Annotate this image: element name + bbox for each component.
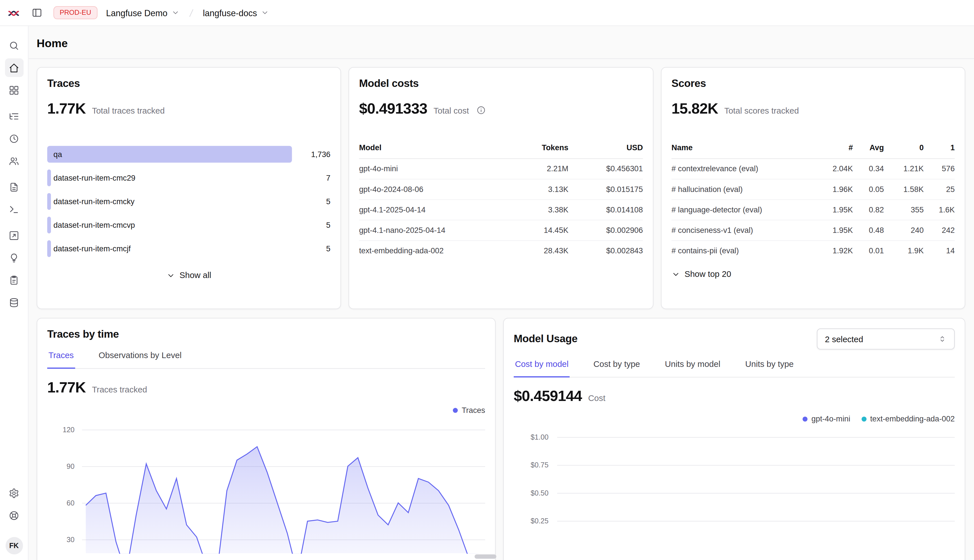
sidebar-item-playground[interactable] <box>5 200 23 219</box>
score-one: 242 <box>924 226 955 235</box>
table-row: # contains-pii (eval) 1.92K 0.01 1.9K 14 <box>672 241 955 261</box>
model-tokens: 3.38K <box>503 206 568 214</box>
trace-bar-row[interactable]: dataset-run-item-cmc29 7 <box>47 170 331 186</box>
trace-bar-row[interactable]: dataset-run-item-cmcky 5 <box>47 193 331 210</box>
sidebar-item-annotation[interactable] <box>5 248 23 267</box>
model-usage-card: Model Usage 2 selected Cost by model Cos… <box>503 318 966 560</box>
tab-observations-by-level[interactable]: Observations by Level <box>97 351 183 368</box>
project-switcher[interactable]: langfuse-docs <box>203 8 269 18</box>
lightbulb-icon <box>9 252 19 263</box>
y-tick: 30 <box>47 536 74 543</box>
horizontal-scrollbar-thumb[interactable] <box>474 554 496 558</box>
y-tick: $0.25 <box>514 517 548 525</box>
bar <box>47 217 50 233</box>
trace-bar-row[interactable]: dataset-run-item-cmcjf 5 <box>47 240 331 257</box>
scores-total-value: 15.82K <box>672 100 718 117</box>
org-switcher[interactable]: Langfuse Demo <box>106 8 179 18</box>
sidebar-item-tracing[interactable] <box>5 107 23 125</box>
total-cost-label: Total cost <box>434 106 469 116</box>
sidebar-item-prompts[interactable] <box>5 177 23 196</box>
trace-bar-row[interactable]: dataset-run-item-cmcvp 5 <box>47 217 331 233</box>
bar-value: 5 <box>292 197 331 206</box>
show-top-20-button[interactable]: Show top 20 <box>672 270 731 279</box>
model-usd: $0.014108 <box>568 206 643 214</box>
model-costs-card-title: Model costs <box>359 78 643 90</box>
sidebar-item-dashboards[interactable] <box>5 81 23 99</box>
support-button[interactable] <box>5 506 23 525</box>
tab-units-by-model[interactable]: Units by model <box>664 360 722 377</box>
model-selector[interactable]: 2 selected <box>817 328 955 350</box>
bar-value: 7 <box>292 173 331 182</box>
bar <box>47 146 292 163</box>
score-count: 2.04K <box>814 164 853 173</box>
legend-item-gpt-4o-mini[interactable]: gpt-4o-mini <box>803 415 850 423</box>
chevrons-up-down-icon <box>938 335 947 343</box>
show-all-label: Show all <box>180 271 211 280</box>
trace-bar-row[interactable]: qa 1,736 <box>47 146 331 163</box>
score-name: # conciseness-v1 (eval) <box>672 226 814 235</box>
chevron-down-icon <box>672 270 680 278</box>
model-usage-tabs: Cost by model Cost by type Units by mode… <box>514 360 955 377</box>
panel-left-icon <box>31 7 42 18</box>
project-name: langfuse-docs <box>203 8 257 18</box>
bar <box>47 240 50 257</box>
square-arrow-icon <box>9 230 19 240</box>
table-row: gpt-4o-mini 2.21M $0.456301 <box>359 159 643 180</box>
tab-traces[interactable]: Traces <box>47 351 75 368</box>
column-count: # <box>814 143 853 152</box>
legend-dot <box>453 408 458 413</box>
model-usd: $0.015175 <box>568 185 643 194</box>
traces-bar-list: qa 1,736 dataset-run-item-cmc29 7 data <box>47 146 331 257</box>
show-all-button[interactable]: Show all <box>47 271 331 280</box>
sidebar-item-search[interactable] <box>5 36 23 55</box>
user-avatar[interactable]: FK <box>5 537 23 554</box>
traces-by-time-card: Traces by time Traces Observations by Le… <box>37 318 496 560</box>
column-one: 1 <box>924 143 955 152</box>
score-avg: 0.82 <box>853 206 884 214</box>
users-icon <box>9 156 19 166</box>
area-chart <box>82 423 485 554</box>
sidebar-item-sessions[interactable] <box>5 129 23 148</box>
usage-cost-value: $0.459144 <box>514 387 582 405</box>
model-name: gpt-4.1-nano-2025-04-14 <box>359 226 503 235</box>
settings-button[interactable] <box>5 483 23 502</box>
chevron-down-icon <box>261 9 269 17</box>
score-count: 1.96K <box>814 185 853 194</box>
tab-cost-by-type[interactable]: Cost by type <box>592 360 641 377</box>
score-zero: 355 <box>884 206 924 214</box>
tab-units-by-type[interactable]: Units by type <box>744 360 795 377</box>
table-row: # contextrelevance (eval) 2.04K 0.34 1.2… <box>672 159 955 180</box>
sidebar-item-home[interactable] <box>5 58 23 77</box>
table-row: gpt-4.1-nano-2025-04-14 14.45K $0.002906 <box>359 220 643 241</box>
sidebar-item-datasets[interactable] <box>5 271 23 289</box>
page-title: Home <box>37 36 965 51</box>
breadcrumb-separator <box>185 7 197 18</box>
legend-item-text-embedding-ada-002[interactable]: text-embedding-ada-002 <box>862 415 955 423</box>
score-name: # language-detector (eval) <box>672 206 814 214</box>
model-tokens: 14.45K <box>503 226 568 235</box>
table-row: # language-detector (eval) 1.95K 0.82 35… <box>672 200 955 220</box>
legend-item-traces[interactable]: Traces <box>453 406 485 415</box>
y-tick: $0.50 <box>514 489 548 497</box>
bar-label: dataset-run-item-cmc29 <box>53 173 135 182</box>
sidebar-rail: FK <box>0 26 29 560</box>
score-count: 1.95K <box>814 206 853 214</box>
sidebar-toggle-button[interactable] <box>29 5 45 21</box>
langfuse-logo <box>7 7 20 19</box>
score-zero: 1.21K <box>884 164 924 173</box>
model-selector-value: 2 selected <box>825 334 863 343</box>
table-row: text-embedding-ada-002 28.43K $0.002843 <box>359 241 643 261</box>
table-row: # conciseness-v1 (eval) 1.95K 0.48 240 2… <box>672 220 955 241</box>
table-header: Model Tokens USD <box>359 138 643 159</box>
bar-label: dataset-run-item-cmcjf <box>53 244 131 253</box>
info-icon[interactable] <box>476 106 486 118</box>
sidebar-item-database[interactable] <box>5 293 23 312</box>
model-name: gpt-4.1-2025-04-14 <box>359 206 503 214</box>
sidebar-item-users[interactable] <box>5 152 23 170</box>
score-name: # contextrelevance (eval) <box>672 164 814 173</box>
score-count: 1.95K <box>814 226 853 235</box>
sidebar-item-evaluation[interactable] <box>5 226 23 245</box>
traces-card: Traces 1.77K Total traces tracked qa 1,7… <box>37 67 341 309</box>
bar-label: dataset-run-item-cmcvp <box>53 221 135 230</box>
tab-cost-by-model[interactable]: Cost by model <box>514 360 570 377</box>
